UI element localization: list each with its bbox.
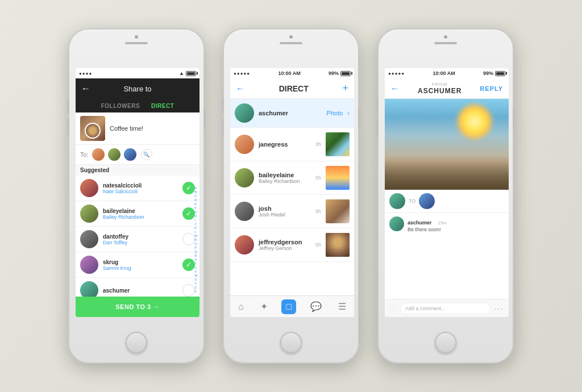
- user-info-4: skrug Sammi Krug: [103, 259, 178, 271]
- status-right: 99%: [483, 70, 505, 76]
- nav-chat-icon[interactable]: 💬: [308, 299, 324, 314]
- shared-photo: [385, 99, 509, 190]
- username-aschumer: aschumer: [259, 110, 322, 116]
- power-button[interactable]: [203, 109, 206, 130]
- nav-profile-icon[interactable]: ☰: [336, 299, 348, 314]
- back-arrow-icon[interactable]: ←: [390, 84, 400, 94]
- search-button[interactable]: 🔍: [141, 149, 152, 160]
- username-5: aschumer: [103, 287, 178, 294]
- status-bar: ●●●●● 10:00 AM 99%: [385, 68, 509, 78]
- time-jeffreydgerson: 5h: [315, 242, 321, 248]
- user-avatar-2: [80, 205, 98, 223]
- sender-avatar: [389, 193, 405, 209]
- phone-2: ●●●●● 10:00 AM 99% ← DIRECT + aschumer P…: [223, 28, 359, 364]
- from-label: FROM: [418, 82, 462, 87]
- status-bar: ●●●●● 10:00 AM 99%: [230, 68, 354, 78]
- more-options-icon[interactable]: ···: [494, 304, 504, 313]
- reply-button[interactable]: REPLY: [480, 85, 503, 92]
- battery-pct: 99%: [329, 70, 339, 76]
- time-josh: 5h: [315, 208, 321, 214]
- home-button[interactable]: [435, 332, 456, 353]
- realname-2: Bailey Richardson: [103, 214, 178, 220]
- username-4: skrug: [103, 259, 178, 265]
- realname-baileyelaine: Bailey Richardson: [259, 178, 311, 184]
- speaker-bar: [125, 42, 148, 44]
- nav-explore-icon[interactable]: ✦: [258, 299, 270, 314]
- heart-icon[interactable]: ♡: [389, 304, 397, 313]
- power-button[interactable]: [358, 109, 360, 130]
- vol-up-button[interactable]: [222, 98, 224, 114]
- selected-avatar-1: [92, 148, 105, 161]
- status-bar: ●●●● ▲: [76, 68, 199, 78]
- wifi-icon: ▲: [179, 70, 184, 76]
- thumb-jeffreydgerson: [326, 233, 350, 257]
- user-avatar-4: [80, 256, 98, 274]
- direct-item-josh[interactable]: josh Josh Riedel 5h: [230, 195, 354, 228]
- check-4[interactable]: ✓: [182, 258, 195, 271]
- direct-item-janegress[interactable]: janegress 3h: [230, 128, 354, 161]
- status-right: ▲: [179, 70, 196, 76]
- direct-item-baileyelaine[interactable]: baileyelaine Bailey Richardson 5h: [230, 161, 354, 195]
- power-button[interactable]: [513, 109, 515, 130]
- phone-1: ●●●● ▲ ← Share to FOLLOWERS DIRECT Coffe…: [68, 28, 205, 364]
- nav-home-icon[interactable]: ⌂: [236, 299, 246, 314]
- info-baileyelaine: baileyelaine Bailey Richardson: [259, 172, 311, 184]
- realname-4: Sammi Krug: [103, 265, 178, 271]
- user-row-baileyelaine[interactable]: baileyelaine Bailey Richardson ✓: [76, 201, 199, 227]
- commenter-avatar: [389, 216, 404, 231]
- user-info-5: aschumer: [103, 287, 178, 294]
- phone-top: [379, 30, 513, 68]
- selected-avatar-2: [108, 148, 120, 161]
- user-row-dantoffey[interactable]: dantoffey Dan Toffey: [76, 227, 199, 252]
- nav-camera-icon[interactable]: □: [281, 299, 296, 314]
- camera-dot: [289, 35, 293, 39]
- photo-link[interactable]: Photo: [327, 110, 343, 116]
- tab-direct[interactable]: DIRECT: [151, 103, 174, 109]
- user-row-skrug[interactable]: skrug Sammi Krug ✓: [76, 252, 199, 278]
- recipient-avatar: [419, 193, 435, 209]
- vol-up-button[interactable]: [376, 98, 379, 114]
- phone-top: [224, 30, 358, 68]
- username-josh: josh: [259, 205, 311, 212]
- sender-name: ASCHUMER: [418, 87, 462, 95]
- info-janegress: janegress: [259, 141, 311, 148]
- to-label: To:: [80, 151, 89, 158]
- p3-nav-header: ← FROM ASCHUMER REPLY: [385, 78, 509, 99]
- phone-screen: ●●●●● 10:00 AM 99% ← DIRECT + aschumer P…: [230, 68, 354, 317]
- direct-item-aschumer[interactable]: aschumer Photo ›: [230, 99, 354, 128]
- arrow-icon: ›: [347, 110, 350, 116]
- vol-dn-button[interactable]: [222, 119, 224, 135]
- time-baileyelaine: 5h: [315, 175, 321, 181]
- thumb-janegress: [326, 132, 350, 156]
- compose-button[interactable]: +: [342, 82, 348, 94]
- direct-list: aschumer Photo › janegress 3h baileyelai…: [230, 99, 354, 262]
- comment-placeholder: Add a comment...: [405, 306, 446, 311]
- phone-top: [69, 30, 203, 68]
- check-1[interactable]: ✓: [182, 182, 195, 194]
- avatar-janegress: [235, 135, 254, 154]
- alphabet-sidebar: A B C D E F G H I J K L M N O P Q R S T: [194, 186, 198, 293]
- comment-item: aschumer 15m Be there soon!: [389, 216, 504, 232]
- battery-pct: 99%: [483, 70, 493, 76]
- thumb-baileyelaine: [326, 166, 350, 190]
- check-3[interactable]: [182, 233, 195, 245]
- back-arrow-icon[interactable]: ←: [81, 84, 90, 94]
- send-button[interactable]: SEND TO 3 →: [76, 297, 199, 317]
- vol-up-button[interactable]: [67, 98, 69, 114]
- tab-followers[interactable]: FOLLOWERS: [101, 103, 140, 109]
- comment-input[interactable]: Add a comment...: [400, 303, 490, 314]
- direct-item-jeffreydgerson[interactable]: jeffreydgerson Jeffrey Gerson 5h: [230, 228, 354, 262]
- username-2: baileyelaine: [103, 208, 178, 214]
- comment-time: 15m: [438, 220, 447, 226]
- user-info-1: natesalciccioli Nate Salciccioli: [103, 182, 178, 194]
- back-arrow-icon[interactable]: ←: [236, 84, 245, 94]
- home-button[interactable]: [126, 332, 147, 353]
- vol-dn-button[interactable]: [376, 119, 379, 135]
- time-janegress: 3h: [315, 141, 321, 147]
- user-row-natesalciccioli[interactable]: natesalciccioli Nate Salciccioli ✓: [76, 176, 199, 201]
- home-button[interactable]: [280, 332, 302, 353]
- check-2[interactable]: ✓: [182, 207, 195, 220]
- vol-dn-button[interactable]: [67, 119, 69, 135]
- suggested-label: Suggested: [76, 165, 199, 176]
- check-5[interactable]: [182, 284, 195, 297]
